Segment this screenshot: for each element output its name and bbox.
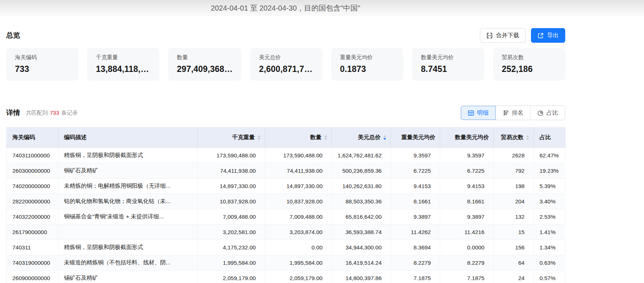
cell-trade-count: 24 [493,271,534,283]
cell-weight-kg: 14,897,330.00 [197,179,265,194]
topbar-inner: 2024-04-01 至 2024-04-30，目的国包含"中国" [0,0,571,16]
details-header-left: 详情 共匹配到733条记录 [6,108,78,118]
sort-desc-icon [383,138,386,140]
cell-weight-kg: 7,009,488.00 [197,209,265,225]
details-heading: 详情 [6,108,20,118]
cell-usd-per-kg: 7.1875 [391,271,440,283]
cell-hs-code: 740311 [7,240,58,255]
cell-weight-kg: 3,202,581.00 [197,225,265,240]
column-header-hs-code: 海关编码 [7,127,58,148]
cell-trade-count: 64 [493,255,534,271]
column-header-usd-per-kg: 重量美元均价 [391,127,440,148]
summary-card-label: 美元总价 [259,54,314,61]
column-label: 海关编码 [12,134,35,141]
cell-weight-kg: 173,590,488.00 [197,148,265,163]
column-header-quantity[interactable]: 数量 [265,127,331,148]
cell-usd-per-kg: 6.7225 [391,163,440,179]
cell-description: 铜矿石及精矿 [58,163,197,179]
cell-trade-count: 132 [493,209,534,225]
view-tab-share[interactable]: 占比 [530,106,565,120]
cell-trade-count: 156 [493,240,534,255]
cell-description [58,225,197,240]
cell-hs-code: 282200000000 [7,194,58,209]
column-header-usd-total[interactable]: 美元总价 [331,127,391,148]
cell-quantity: 173,590,488.00 [265,148,331,163]
column-header-weight-kg[interactable]: 千克重量 [197,127,265,148]
sort-carets-icon [526,135,529,140]
sort-desc-icon [257,138,260,140]
merge-download-button[interactable]: 合并下载 [480,28,526,43]
cell-trade-count: 204 [493,194,534,209]
cell-description: 铜锡基合金“青铜”未锻造 + 未提供详细... [58,209,197,225]
cell-usd-total: 500,236,859.36 [331,163,391,179]
table-row: 260300000000铜矿石及精矿74,411,938.0074,411,93… [7,163,566,179]
cell-quantity: 74,411,938.00 [265,163,331,179]
sort-desc-icon [324,138,327,140]
sort-asc-icon [383,135,386,137]
cell-usd-total: 14,800,397.86 [331,271,391,283]
export-button[interactable]: 导出 [531,28,565,43]
table-row: 740311000000精炼铜，呈阴极和阴极截面形式173,590,488.00… [7,148,566,163]
column-label: 千克重量 [232,134,255,141]
overview-header: 总览 合并下载 [6,28,565,43]
cell-quantity: 2,059,179.00 [265,271,331,283]
cell-usd-per-qty: 6.7225 [440,163,493,179]
cell-quantity: 14,897,330.00 [265,179,331,194]
summary-card: 千克重量 13,884,118,… [87,48,159,81]
cell-weight-kg: 4,175,232.00 [197,240,265,255]
sort-desc-icon [526,138,529,140]
summary-card-value: 8.7451 [421,64,476,74]
summary-card: 贸易次数 252,186 [493,48,565,81]
cell-usd-per-kg: 9.3897 [391,209,440,225]
cell-usd-total: 1,624,762,481.62 [331,148,391,163]
cell-usd-per-kg: 9.3597 [391,148,440,163]
summary-card-label: 数量 [177,54,233,61]
summary-card-label: 贸易次数 [502,54,556,61]
cell-usd-per-qty: 8.2279 [440,255,493,271]
table-header-row: 海关编码 编码描述 千克重量 数量 美元总价 [7,127,566,148]
cell-hs-code: 260900000000 [7,271,58,283]
cell-usd-per-kg: 8.2279 [391,255,440,271]
column-label: 重量美元均价 [401,134,435,141]
sort-asc-icon [526,135,529,137]
view-tab-detail[interactable]: 明细 [461,106,496,120]
cell-hs-code: 260300000000 [7,163,58,179]
summary-card-value: 0.1873 [340,64,395,74]
details-header: 详情 共匹配到733条记录 明细 排名 占比 [6,106,565,120]
cell-weight-kg: 2,059,179.00 [197,271,265,283]
column-header-trade-count[interactable]: 贸易次数 [493,127,534,148]
cell-usd-per-qty: 8.1661 [440,194,493,209]
cell-description: 钴的氧化物和氢氧化物；商业氧化钴（未... [58,194,197,209]
cell-description: 锡矿石及精矿 [58,271,197,283]
table-grid-icon [468,110,474,116]
cell-usd-per-qty: 11.4216 [440,225,493,240]
cell-quantity: 7,009,488.00 [265,209,331,225]
cell-quantity: 3,203,874.00 [265,225,331,240]
summary-card: 数量 297,409,368… [168,48,241,81]
cell-share: 1.41% [534,225,566,240]
summary-card-label: 重量美元均价 [340,54,395,61]
cell-usd-total: 65,816,642.00 [331,209,391,225]
merge-cells-icon [486,32,493,39]
cell-hs-code: 740311000000 [7,148,58,163]
summary-cards: 海关编码 733 千克重量 13,884,118,… 数量 297,409,36… [6,48,565,81]
match-count: 733 [50,110,59,116]
cell-usd-per-qty: 9.3597 [440,148,493,163]
cell-usd-per-kg: 9.4153 [391,179,440,194]
overview-actions: 合并下载 导出 [480,28,565,43]
view-tab-ranking[interactable]: 排名 [496,106,530,120]
cell-hs-code: 26179000000 [7,225,58,240]
cell-quantity: 1,995,584.00 [265,255,331,271]
summary-card: 数量美元均价 8.7451 [412,48,484,81]
cell-share: 0.63% [534,255,566,271]
details-table: 海关编码 编码描述 千克重量 数量 美元总价 [6,127,565,283]
view-switcher: 明细 排名 占比 [461,106,565,120]
summary-card: 海关编码 733 [6,48,78,81]
cell-hs-code: 740200000000 [7,179,58,194]
table-row: 740200000000未精炼的铜；电解精炼用铜阳极（无详细...14,897,… [7,179,566,194]
cell-hs-code: 740319000000 [7,255,58,271]
sort-carets-icon [324,135,327,140]
export-label: 导出 [547,32,559,39]
cell-weight-kg: 10,837,928.00 [197,194,265,209]
cell-share: 3.40% [534,194,566,209]
